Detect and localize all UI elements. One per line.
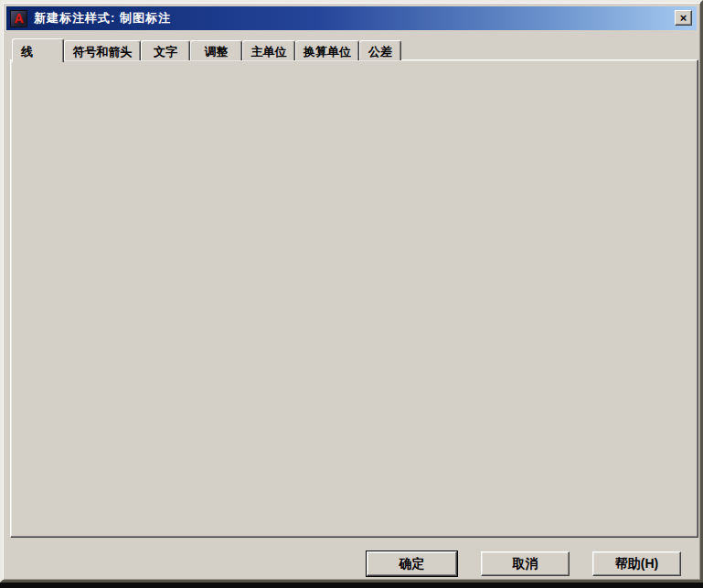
tab-symbols-arrows[interactable]: 符号和箭头: [64, 40, 141, 60]
tab-alternate-units[interactable]: 换算单位: [295, 40, 359, 60]
autocad-app-icon: A: [10, 10, 27, 27]
tab-tolerances[interactable]: 公差: [359, 40, 401, 60]
help-button[interactable]: 帮助(H): [592, 551, 681, 576]
screen-edge: [0, 583, 703, 588]
tab-text[interactable]: 文字: [141, 40, 190, 60]
dialog-new-dimension-style: A 新建标注样式: 制图标注 × 线 符号和箭头 文字 调整 主单位 换算单位 …: [0, 0, 703, 583]
tab-fit[interactable]: 调整: [190, 40, 242, 60]
dialog-title: 新建标注样式: 制图标注: [34, 10, 171, 27]
tab-page-lines: [10, 59, 698, 538]
titlebar[interactable]: A 新建标注样式: 制图标注 ×: [6, 6, 697, 30]
tab-strip: 线 符号和箭头 文字 调整 主单位 换算单位 公差: [12, 39, 401, 60]
ok-button[interactable]: 确定: [367, 551, 457, 576]
tab-lines[interactable]: 线: [12, 38, 64, 62]
close-icon[interactable]: ×: [675, 10, 692, 26]
tab-primary-units[interactable]: 主单位: [242, 40, 295, 60]
cancel-button[interactable]: 取消: [481, 551, 570, 576]
